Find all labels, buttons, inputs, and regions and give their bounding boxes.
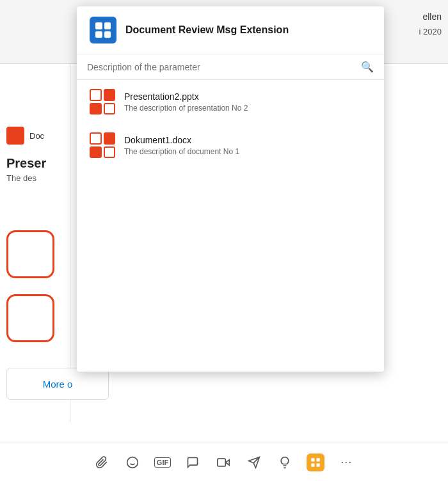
sq-tr (104, 89, 116, 101)
svg-marker-3 (226, 459, 230, 464)
page-title-area: Preser The des (6, 156, 64, 183)
dropdown-title: Document Review Msg Extension (125, 24, 289, 36)
svg-rect-8 (317, 458, 320, 461)
file-name-2: Dokument1.docx (124, 135, 239, 145)
sq-tl (90, 132, 102, 145)
sq-bl (90, 103, 102, 115)
svg-rect-9 (311, 463, 314, 466)
svg-rect-7 (311, 458, 314, 461)
icon-dot-4 (104, 31, 111, 38)
file-icon-pptx (90, 89, 115, 114)
header-icon-box (90, 17, 116, 43)
file-info-2: Dokument1.docx The description of docume… (124, 135, 239, 156)
svg-point-0 (127, 457, 138, 468)
apps-icon[interactable] (307, 453, 324, 471)
emoji-icon[interactable] (124, 453, 141, 471)
svg-rect-4 (218, 459, 226, 466)
date-label: i 2020 (419, 27, 442, 36)
list-item[interactable]: Dokument1.docx The description of docume… (77, 123, 384, 167)
file-icon-docx (90, 132, 115, 158)
large-doc-icon-2 (6, 294, 54, 342)
page-title: Preser (6, 156, 64, 171)
sq-tl (90, 89, 102, 101)
app-grid-icon (95, 22, 111, 38)
more-button[interactable]: More o (6, 368, 109, 400)
file-info-1: Presentation2.pptx The description of pr… (124, 91, 248, 113)
lightbulb-icon[interactable] (276, 453, 294, 471)
file-desc-2: The description of document No 1 (124, 147, 239, 156)
icon-dot-1 (95, 22, 102, 29)
sq-br (104, 146, 116, 159)
bottom-toolbar: GIF ··· (0, 443, 448, 481)
large-doc-icon-1 (6, 230, 54, 278)
list-item[interactable]: Presentation2.pptx The description of pr… (77, 80, 384, 123)
video-icon[interactable] (214, 453, 232, 471)
paperclip-icon[interactable] (93, 453, 111, 471)
icon-dot-3 (95, 31, 102, 38)
sq-tr (104, 132, 116, 145)
dropdown-header: Document Review Msg Extension (77, 6, 384, 54)
message-icon[interactable] (184, 453, 202, 471)
doc-icon-row: Doc (0, 122, 70, 150)
doc-label: Doc (29, 131, 44, 141)
dropdown-body (77, 167, 384, 372)
sq-bl (90, 146, 102, 159)
user-name: ellen (422, 12, 442, 22)
more-button-label: More o (43, 379, 73, 390)
more-options-icon[interactable]: ··· (337, 453, 355, 471)
search-icon: 🔍 (361, 61, 374, 73)
file-desc-1: The description of presentation No 2 (124, 104, 248, 113)
search-bar[interactable]: 🔍 (77, 54, 384, 80)
sq-br (104, 103, 116, 115)
file-name-1: Presentation2.pptx (124, 91, 248, 102)
search-input[interactable] (87, 62, 356, 72)
doc-icon-small (6, 127, 24, 145)
icon-dot-2 (104, 22, 111, 29)
dropdown-panel: Document Review Msg Extension 🔍 Presenta… (77, 6, 384, 372)
send-icon[interactable] (245, 453, 263, 471)
page-subtitle: The des (6, 173, 64, 183)
gif-icon[interactable]: GIF (154, 457, 171, 468)
svg-rect-10 (317, 463, 320, 466)
